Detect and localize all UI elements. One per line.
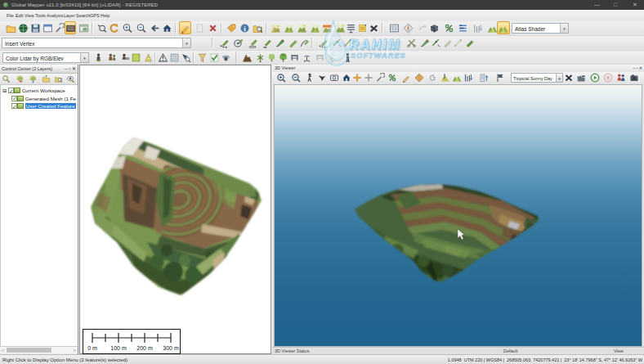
svg-text:0 m: 0 m — [87, 345, 97, 351]
svg-text:300 m: 300 m — [163, 345, 179, 351]
svg-text:100 m: 100 m — [110, 345, 127, 351]
svg-text:200 m: 200 m — [136, 345, 153, 351]
